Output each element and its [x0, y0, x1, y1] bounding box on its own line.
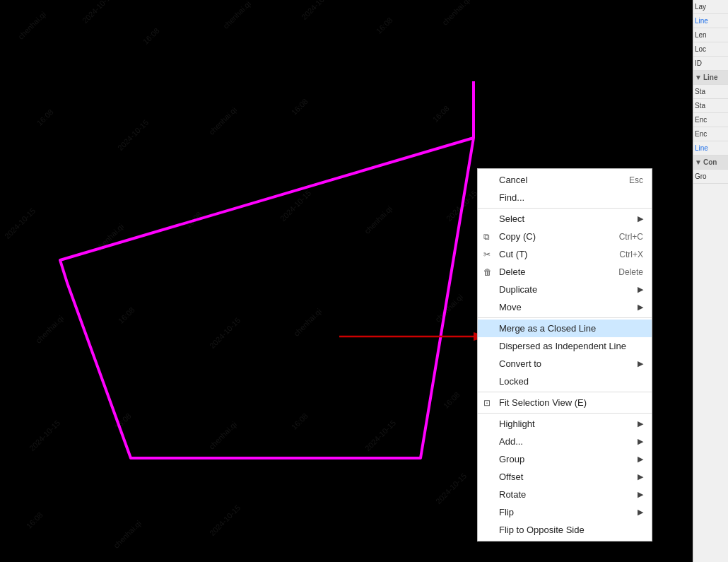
- menu-item-find[interactable]: Find...: [478, 189, 652, 206]
- panel-item-line2: Line: [693, 141, 728, 156]
- panel-item-lay: Lay: [693, 0, 728, 14]
- separator-after-locked: [478, 392, 652, 392]
- submenu-arrow-rotate: ▶: [638, 490, 643, 499]
- menu-item-group[interactable]: Group ▶: [478, 450, 652, 468]
- menu-label-cut: Cut (T): [499, 249, 605, 259]
- menu-label-select: Select: [499, 213, 630, 224]
- submenu-arrow-highlight: ▶: [638, 419, 643, 428]
- separator-after-find: [478, 208, 652, 209]
- panel-item-loc: Loc: [693, 42, 728, 57]
- menu-shortcut-copy: Ctrl+C: [619, 232, 643, 242]
- trash-icon: 🗑: [483, 267, 492, 277]
- submenu-arrow-add: ▶: [638, 437, 643, 446]
- menu-label-offset: Offset: [499, 472, 630, 482]
- menu-label-rotate: Rotate: [499, 489, 630, 500]
- submenu-arrow-move: ▶: [638, 303, 643, 312]
- menu-item-add[interactable]: Add... ▶: [478, 433, 652, 450]
- panel-section-con: ▼Con: [693, 156, 728, 170]
- menu-item-offset[interactable]: Offset ▶: [478, 468, 652, 486]
- menu-item-cancel[interactable]: Cancel Esc: [478, 171, 652, 189]
- context-menu: Cancel Esc Find... Select ▶ ⧉ Copy (C) C…: [477, 168, 652, 541]
- right-panel: Lay Line Len Loc ID ▼Line Sta Sta Enc En…: [693, 0, 728, 562]
- menu-label-locked: Locked: [499, 376, 643, 387]
- separator-after-move: [478, 317, 652, 318]
- panel-item-enc2: Enc: [693, 127, 728, 141]
- separator-after-fit: [478, 413, 652, 414]
- panel-item-len: Len: [693, 28, 728, 42]
- menu-item-merge-closed[interactable]: Merge as a Closed Line: [478, 320, 652, 337]
- menu-label-add: Add...: [499, 436, 630, 447]
- menu-item-flip-opposite[interactable]: Flip to Opposite Side: [478, 521, 652, 539]
- menu-item-flip[interactable]: Flip ▶: [478, 503, 652, 521]
- menu-label-flip: Flip: [499, 507, 630, 517]
- menu-label-merge-closed: Merge as a Closed Line: [499, 323, 643, 334]
- menu-item-fit-selection[interactable]: ⊡ Fit Selection View (E): [478, 394, 652, 411]
- fit-icon: ⊡: [483, 398, 491, 408]
- menu-label-find: Find...: [499, 192, 643, 203]
- submenu-arrow-group: ▶: [638, 455, 643, 464]
- menu-shortcut-cut: Ctrl+X: [619, 250, 643, 259]
- panel-item-sta1: Sta: [693, 85, 728, 99]
- copy-icon: ⧉: [483, 232, 490, 242]
- menu-item-select[interactable]: Select ▶: [478, 210, 652, 228]
- panel-item-enc1: Enc: [693, 113, 728, 127]
- panel-item-line: Line: [693, 14, 728, 28]
- menu-label-dispersed: Dispersed as Independent Line: [499, 341, 643, 351]
- submenu-arrow-select: ▶: [638, 214, 643, 223]
- menu-item-delete[interactable]: 🗑 Delete Delete: [478, 263, 652, 281]
- menu-shortcut-delete: Delete: [618, 267, 643, 277]
- menu-item-duplicate[interactable]: Duplicate ▶: [478, 281, 652, 298]
- menu-item-highlight[interactable]: Highlight ▶: [478, 415, 652, 433]
- menu-item-locked[interactable]: Locked: [478, 373, 652, 390]
- submenu-arrow-flip: ▶: [638, 508, 643, 517]
- menu-label-copy: Copy (C): [499, 231, 605, 242]
- menu-label-delete: Delete: [499, 267, 604, 277]
- panel-item-gro: Gro: [693, 170, 728, 184]
- menu-label-cancel: Cancel: [499, 175, 615, 185]
- menu-label-move: Move: [499, 302, 630, 312]
- submenu-arrow-convert: ▶: [638, 359, 643, 368]
- menu-label-convert-to: Convert to: [499, 358, 630, 369]
- menu-label-highlight: Highlight: [499, 418, 630, 429]
- menu-item-cut[interactable]: ✂ Cut (T) Ctrl+X: [478, 245, 652, 263]
- cut-icon: ✂: [483, 250, 491, 259]
- menu-item-move[interactable]: Move ▶: [478, 298, 652, 316]
- submenu-arrow-duplicate: ▶: [638, 285, 643, 294]
- menu-item-copy[interactable]: ⧉ Copy (C) Ctrl+C: [478, 228, 652, 245]
- menu-item-convert-to[interactable]: Convert to ▶: [478, 355, 652, 373]
- menu-label-flip-opposite: Flip to Opposite Side: [499, 525, 643, 535]
- panel-section-line: ▼Line: [693, 71, 728, 85]
- menu-item-rotate[interactable]: Rotate ▶: [478, 486, 652, 503]
- menu-shortcut-cancel: Esc: [629, 175, 643, 185]
- menu-item-dispersed[interactable]: Dispersed as Independent Line: [478, 337, 652, 355]
- submenu-arrow-offset: ▶: [638, 472, 643, 481]
- menu-label-fit-selection: Fit Selection View (E): [499, 397, 643, 408]
- panel-item-id: ID: [693, 57, 728, 71]
- panel-item-sta2: Sta: [693, 99, 728, 113]
- menu-label-duplicate: Duplicate: [499, 284, 630, 295]
- menu-label-group: Group: [499, 454, 630, 464]
